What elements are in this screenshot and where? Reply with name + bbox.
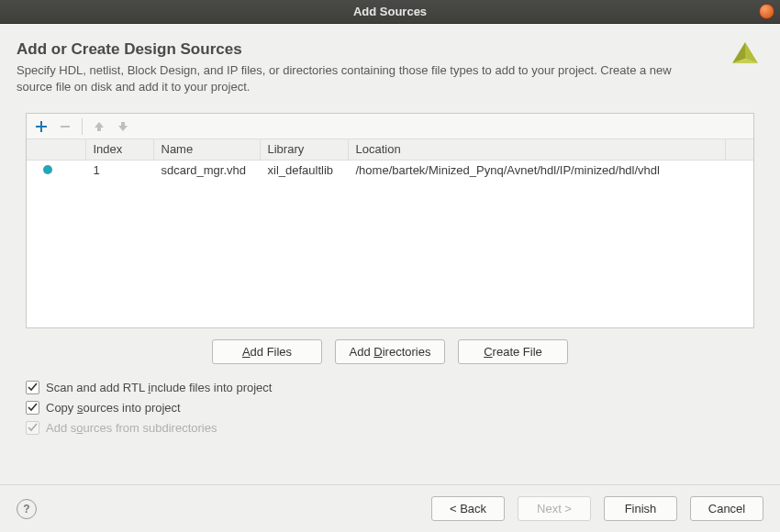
option-copy-sources[interactable]: Copy sources into project <box>26 401 763 415</box>
close-icon[interactable] <box>759 4 774 19</box>
nav-buttons: < Back Next > Finish Cancel <box>431 496 763 521</box>
add-directories-button[interactable]: Add Directories <box>335 339 445 364</box>
checkbox-icon <box>26 421 39 435</box>
window-title: Add Sources <box>353 5 427 18</box>
sources-table-wrapper[interactable]: Index Name Library Location 1 sdcard_mgr… <box>27 139 753 327</box>
cell-library: xil_defaultlib <box>260 160 348 180</box>
sources-table: Index Name Library Location 1 sdcard_mgr… <box>27 139 753 180</box>
cancel-button[interactable]: Cancel <box>690 496 763 521</box>
finish-button[interactable]: Finish <box>604 496 677 521</box>
page-description: Specify HDL, netlist, Block Design, and … <box>17 62 696 94</box>
checkbox-label: Scan and add RTL include files into proj… <box>46 381 272 394</box>
option-scan-includes[interactable]: Scan and add RTL include files into proj… <box>26 381 763 394</box>
mid-action-row: Add Files Add Directories Create File <box>17 328 763 377</box>
header-text: Add or Create Design Sources Specify HDL… <box>17 40 696 94</box>
next-button: Next > <box>518 496 591 521</box>
vivado-logo-icon <box>727 39 763 78</box>
option-subdirectories: Add sources from subdirectories <box>26 421 763 435</box>
col-status[interactable] <box>27 139 85 160</box>
options-checkboxes: Scan and add RTL include files into proj… <box>26 381 763 435</box>
page-title: Add or Create Design Sources <box>17 40 696 59</box>
table-header-row: Index Name Library Location <box>27 139 753 160</box>
dialog-button-bar: ? < Back Next > Finish Cancel <box>0 484 780 532</box>
col-library[interactable]: Library <box>260 139 348 160</box>
table-row[interactable]: 1 sdcard_mgr.vhd xil_defaultlib /home/ba… <box>27 160 753 180</box>
help-icon[interactable]: ? <box>17 499 37 519</box>
dialog-body: Add or Create Design Sources Specify HDL… <box>0 24 780 435</box>
cell-index: 1 <box>85 160 153 180</box>
add-icon[interactable] <box>30 116 52 137</box>
back-button[interactable]: < Back <box>431 496 505 521</box>
page-header: Add or Create Design Sources Specify HDL… <box>17 40 763 94</box>
col-spacer <box>726 139 753 160</box>
checkbox-label: Copy sources into project <box>46 401 181 415</box>
table-toolbar <box>27 114 753 139</box>
toolbar-separator <box>82 118 83 135</box>
cell-location: /home/bartek/Minized_Pynq/Avnet/hdl/IP/m… <box>348 160 726 180</box>
create-file-button[interactable]: Create File <box>458 339 568 364</box>
col-index[interactable]: Index <box>85 139 153 160</box>
checkbox-icon[interactable] <box>26 381 39 394</box>
checkbox-icon[interactable] <box>26 401 39 415</box>
move-up-icon <box>88 116 110 137</box>
col-name[interactable]: Name <box>153 139 260 160</box>
status-dot-icon <box>43 165 52 174</box>
sources-panel: Index Name Library Location 1 sdcard_mgr… <box>26 113 754 328</box>
checkbox-label: Add sources from subdirectories <box>46 421 217 435</box>
svg-rect-3 <box>61 126 70 127</box>
titlebar: Add Sources <box>0 0 780 24</box>
col-location[interactable]: Location <box>348 139 726 160</box>
add-files-button[interactable]: Add Files <box>212 339 322 364</box>
remove-icon <box>54 116 76 137</box>
move-down-icon <box>112 116 134 137</box>
cell-status <box>27 160 85 180</box>
cell-name: sdcard_mgr.vhd <box>153 160 260 180</box>
